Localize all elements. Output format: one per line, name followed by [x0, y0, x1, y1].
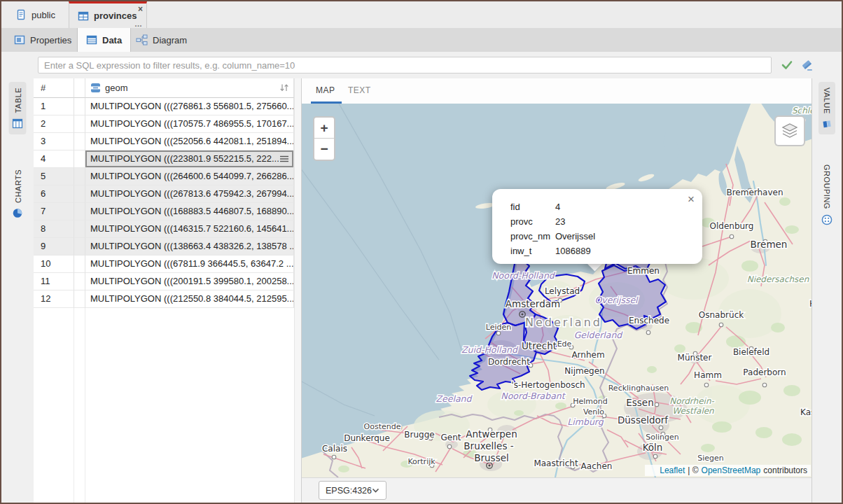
city-marker — [730, 234, 734, 239]
popup-field-value: 1086889 — [555, 244, 692, 258]
geometry-type-icon — [90, 83, 101, 93]
tab-text[interactable]: TEXT — [348, 78, 371, 103]
geom-cell[interactable]: MULTIPOLYGON (((138663.4 438326.2, 13857… — [85, 238, 294, 255]
map-label: Schles — [792, 106, 813, 115]
tab-label: Diagram — [153, 35, 187, 46]
table-row[interactable]: 1MULTIPOLYGON (((276861.3 556801.5, 2756… — [34, 98, 294, 115]
map-label: Maastricht — [534, 458, 578, 468]
geom-cell[interactable]: MULTIPOLYGON (((212550.8 384044.5, 21259… — [85, 290, 294, 308]
eraser-icon[interactable] — [800, 58, 814, 72]
row-index-cell[interactable]: 7 — [34, 203, 74, 220]
layers-control[interactable] — [774, 115, 805, 146]
table-row[interactable]: 2MULTIPOLYGON (((170575.7 486955.5, 1701… — [34, 115, 294, 133]
map-label: Dordrecht — [488, 357, 530, 367]
map-label: Antwerpen — [466, 428, 517, 440]
tab-data[interactable]: Data — [77, 28, 131, 52]
row-index-cell[interactable]: 1 — [34, 98, 74, 115]
attribution-suffix: contributors — [763, 465, 807, 475]
map-label: Münster — [678, 353, 712, 363]
leaflet-map[interactable]: SchlesolsBremerhavenOldenburgBremenNiede… — [302, 104, 813, 477]
table-row[interactable]: 11MULTIPOLYGON (((200191.5 399580.1, 200… — [34, 273, 294, 290]
map-label: Siegen — [697, 454, 724, 463]
table-row[interactable]: 10MULTIPOLYGON (((67811.9 366445.5, 6364… — [34, 255, 294, 273]
row-index-cell[interactable]: 5 — [34, 168, 74, 186]
more-icon[interactable]: … — [134, 20, 143, 27]
sql-filter-input[interactable] — [38, 57, 772, 74]
table-row[interactable]: 8MULTIPOLYGON (((146315.7 522160.6, 1456… — [34, 220, 294, 238]
tab-value-vertical[interactable]: VALUE — [818, 82, 835, 134]
spacer-cell — [74, 290, 85, 308]
apply-filter-icon[interactable] — [780, 58, 794, 72]
row-index-cell[interactable]: 11 — [34, 273, 74, 290]
dbeaver-window: public provinces × … Properties Data Dia… — [0, 0, 843, 504]
row-index-cell[interactable]: 8 — [34, 220, 74, 238]
popup-field-row: fid4 — [510, 200, 692, 214]
osm-link[interactable]: OpenStreetMap — [702, 465, 761, 475]
zoom-in-button[interactable]: + — [314, 118, 334, 139]
tab-properties[interactable]: Properties — [6, 28, 80, 52]
layers-icon — [781, 122, 799, 140]
geom-cell[interactable]: MULTIPOLYGON (((264600.6 544099.7, 26628… — [85, 168, 294, 186]
geom-cell[interactable]: MULTIPOLYGON (((267813.6 475942.3, 26799… — [85, 186, 294, 203]
table-row[interactable]: 12MULTIPOLYGON (((212550.8 384044.5, 212… — [34, 290, 294, 308]
map-label: Dunkerque — [344, 433, 390, 443]
row-index-cell[interactable]: 9 — [34, 238, 74, 255]
grid-table: # geom 1MULTIPOLYGON (((276861.3 556801.… — [34, 78, 294, 308]
table-row[interactable]: 5MULTIPOLYGON (((264600.6 544099.7, 2662… — [34, 168, 294, 186]
tab-charts-vertical[interactable]: CHARTS — [9, 164, 27, 224]
row-index-cell[interactable]: 6 — [34, 186, 74, 203]
geom-cell[interactable]: MULTIPOLYGON (((252056.6 442081.1, 25189… — [85, 133, 294, 150]
tab-map[interactable]: MAP — [316, 78, 335, 103]
diagram-icon — [136, 34, 148, 46]
popup-field-label: provc_nm — [510, 229, 554, 244]
geom-cell[interactable]: MULTIPOLYGON (((168883.5 446807.5, 16889… — [85, 203, 294, 220]
geom-cell[interactable]: MULTIPOLYGON (((146315.7 522160.6, 14564… — [85, 220, 294, 238]
row-index-cell[interactable]: 4 — [34, 150, 74, 168]
chevron-down-icon — [372, 488, 379, 493]
sort-icon[interactable] — [279, 83, 289, 92]
map-label: Düsseldorf — [618, 414, 669, 426]
col-header-geom[interactable]: geom — [85, 78, 294, 98]
map-label: Leiden — [486, 323, 512, 332]
row-index-cell[interactable]: 12 — [34, 290, 74, 308]
table-row[interactable]: 3MULTIPOLYGON (((252056.6 442081.1, 2518… — [34, 133, 294, 150]
row-index-cell[interactable]: 2 — [34, 115, 74, 133]
tab-label: TABLE — [13, 88, 22, 113]
grid-scrollbar[interactable] — [294, 78, 301, 503]
geom-cell[interactable]: MULTIPOLYGON (((67811.9 366445.5, 63647.… — [85, 255, 294, 273]
zoom-control: + − — [313, 116, 335, 161]
close-icon[interactable]: × — [138, 5, 143, 13]
epsg-select[interactable]: EPSG:4326 — [319, 481, 386, 500]
popup-field-label: provc — [510, 214, 554, 229]
map-label: Overijssel — [594, 295, 639, 305]
tab-table-vertical[interactable]: TABLE — [9, 82, 27, 134]
col-header-index[interactable]: # — [34, 78, 74, 98]
table-row[interactable]: 7MULTIPOLYGON (((168883.5 446807.5, 1688… — [34, 203, 294, 220]
cell-menu-icon[interactable] — [279, 154, 289, 164]
geom-cell[interactable]: MULTIPOLYGON (((170575.7 486955.5, 17016… — [85, 115, 294, 133]
leaflet-link[interactable]: Leaflet — [660, 465, 685, 475]
editor-tab-public[interactable]: public — [7, 1, 64, 28]
geom-cell[interactable]: MULTIPOLYGON (((276861.3 556801.5, 27566… — [85, 98, 294, 115]
tab-grouping-vertical[interactable]: GROUPING — [818, 159, 836, 231]
map-label: Nordrhein- — [669, 396, 714, 406]
zoom-out-button[interactable]: − — [314, 139, 334, 159]
city-marker — [447, 444, 452, 449]
tab-diagram[interactable]: Diagram — [127, 28, 195, 52]
row-index-cell[interactable]: 10 — [34, 255, 74, 273]
table-row[interactable]: 9MULTIPOLYGON (((138663.4 438326.2, 1385… — [34, 238, 294, 255]
ukraine-flag-icon — [648, 468, 657, 474]
result-grid: # geom 1MULTIPOLYGON (((276861.3 556801.… — [34, 78, 301, 503]
tab-label: Properties — [30, 35, 71, 46]
editor-tab-provinces[interactable]: provinces × … — [69, 1, 147, 28]
row-index-cell[interactable]: 3 — [34, 133, 74, 150]
table-row[interactable]: 4MULTIPOLYGON (((223801.9 552215.5, 222.… — [34, 150, 294, 168]
geom-cell[interactable]: MULTIPOLYGON (((200191.5 399580.1, 20025… — [85, 273, 294, 290]
tab-label: VALUE — [823, 88, 831, 114]
spacer-cell — [74, 238, 85, 255]
right-panel-strip: VALUE GROUPING — [811, 78, 842, 503]
map-label: Niedersachsen — [747, 274, 809, 284]
popup-field-value: 23 — [555, 214, 692, 229]
geom-cell[interactable]: MULTIPOLYGON (((223801.9 552215.5, 222..… — [85, 150, 294, 168]
table-row[interactable]: 6MULTIPOLYGON (((267813.6 475942.3, 2679… — [34, 186, 294, 203]
